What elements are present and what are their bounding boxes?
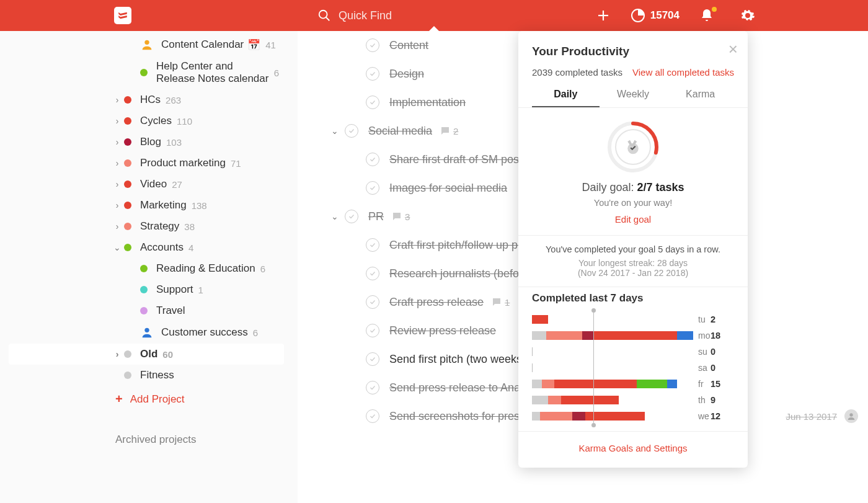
view-all-link[interactable]: View all completed tasks [632,67,734,78]
sidebar-item-count: 6 [253,327,258,338]
chevron-down-icon[interactable]: ⌄ [331,126,345,136]
task-checkbox[interactable] [366,324,379,337]
goal-threshold-line [593,309,594,426]
chart-day-label: fr [693,379,711,389]
task-checkbox[interactable] [366,409,379,423]
sidebar-item[interactable]: Travel [9,300,284,321]
sidebar-item[interactable]: Support1 [9,279,284,300]
tab-daily[interactable]: Daily [532,89,600,107]
sidebar-item[interactable]: Reading & Education6 [9,258,284,279]
chevron-down-icon[interactable]: ⌄ [331,211,345,221]
sidebar-item-label: Reading & Education [156,262,255,275]
sidebar-item[interactable]: ›Video27 [9,174,284,195]
sidebar-item[interactable]: ›Blog103 [9,131,284,153]
sidebar-item[interactable]: ›Cycles110 [9,110,284,131]
sidebar-item-label: Strategy [140,220,179,233]
search[interactable] [317,9,516,22]
calendar-icon: 📅 [247,38,260,51]
project-color-dot [124,96,131,104]
search-input[interactable] [339,9,475,22]
sidebar-item[interactable]: Fitness [9,365,284,386]
task-checkbox[interactable] [345,124,358,138]
task-checkbox[interactable] [366,352,379,366]
project-color-dot [124,202,131,209]
chart-day-label: mo [693,331,711,341]
task-checkbox[interactable] [366,295,379,309]
chart-bar-row: we12 [532,409,734,424]
project-color-dot [140,69,148,76]
task-checkbox[interactable] [366,153,379,166]
person-icon [140,38,154,51]
settings-button[interactable] [734,8,761,23]
comment-count[interactable]: 2 [440,125,458,136]
task-title: Review press release [389,324,496,337]
task-checkbox[interactable] [345,210,358,223]
gear-icon [740,8,755,23]
sidebar-item-count: 27 [172,179,182,190]
karma-score[interactable]: 15704 [631,8,680,23]
add-project-button[interactable]: + Add Project [0,386,298,412]
task-title: Send first pitch (two weeks [389,353,522,366]
sidebar-item-label: HCs [140,94,161,106]
comment-count[interactable]: 1 [491,296,510,308]
task-checkbox[interactable] [366,238,379,252]
close-button[interactable]: × [728,40,738,59]
task-title: Social media [368,125,432,138]
task-checkbox[interactable] [366,381,379,394]
project-color-dot [124,350,131,358]
chevron-icon: › [110,95,124,105]
add-task-button[interactable] [590,8,617,23]
task-title: Research journalists (before [389,267,529,280]
panel-tabs: Daily Weekly Karma [518,89,748,108]
chart-day-label: we [693,411,711,421]
sidebar-item-count: 41 [265,40,276,50]
tab-karma[interactable]: Karma [666,89,734,107]
task-checkbox[interactable] [366,67,379,81]
svg-point-6 [144,328,149,332]
task-title: PR [368,210,384,223]
tab-weekly[interactable]: Weekly [600,89,667,107]
karma-points: 15704 [650,9,680,22]
sidebar-item[interactable]: ⌄Accounts4 [9,237,284,258]
chart-day-value: 12 [711,411,727,421]
project-color-dot [140,286,148,293]
task-checkbox[interactable] [366,38,379,52]
chevron-icon: › [110,179,124,189]
chart-day-value: 0 [711,347,727,357]
karma-settings-link[interactable]: Karma Goals and Settings [578,443,687,453]
task-date: Jun 13 2017 [786,411,837,422]
sidebar-item-label: Travel [156,305,185,317]
chevron-icon: › [110,116,124,126]
task-checkbox[interactable] [366,181,379,195]
sidebar-item[interactable]: Help Center and Release Notes calendar6 [9,56,284,89]
sidebar-item-count: 38 [184,221,195,232]
chart-title: Completed last 7 days [532,292,734,305]
plus-icon: + [115,392,123,406]
sidebar-item-label: Help Center and Release Notes calendar [156,60,269,85]
chart-day-label: th [693,395,711,405]
sidebar-item[interactable]: Content Calendar📅41 [9,33,284,56]
sidebar-item[interactable]: ›HCs263 [9,89,284,110]
notifications-button[interactable] [693,8,720,23]
chevron-icon: › [110,200,124,210]
task-title: Share first draft of SM posts [389,153,528,166]
sidebar-item-count: 6 [260,264,265,274]
medal-icon [624,138,642,156]
comment-count[interactable]: 3 [391,211,410,222]
sidebar-item-count: 71 [231,158,241,169]
sidebar-item[interactable]: ›Product marketing71 [9,153,284,174]
archived-projects-link[interactable]: Archived projects [0,412,298,446]
sidebar-item[interactable]: Customer success6 [9,321,284,344]
task-checkbox[interactable] [366,267,379,280]
edit-goal-link[interactable]: Edit goal [615,214,651,225]
task-checkbox[interactable] [366,96,379,109]
assignee-avatar[interactable] [844,409,858,423]
sidebar-item[interactable]: ›Old60 [9,344,284,365]
sidebar-item-label: Video [140,178,167,190]
project-color-dot [124,372,131,379]
app-logo[interactable] [114,7,131,24]
sidebar-item[interactable]: ›Marketing138 [9,195,284,216]
sidebar-item[interactable]: ›Strategy38 [9,216,284,237]
sidebar-item-label: Content Calendar [161,38,244,51]
chevron-icon: ⌄ [110,243,124,252]
